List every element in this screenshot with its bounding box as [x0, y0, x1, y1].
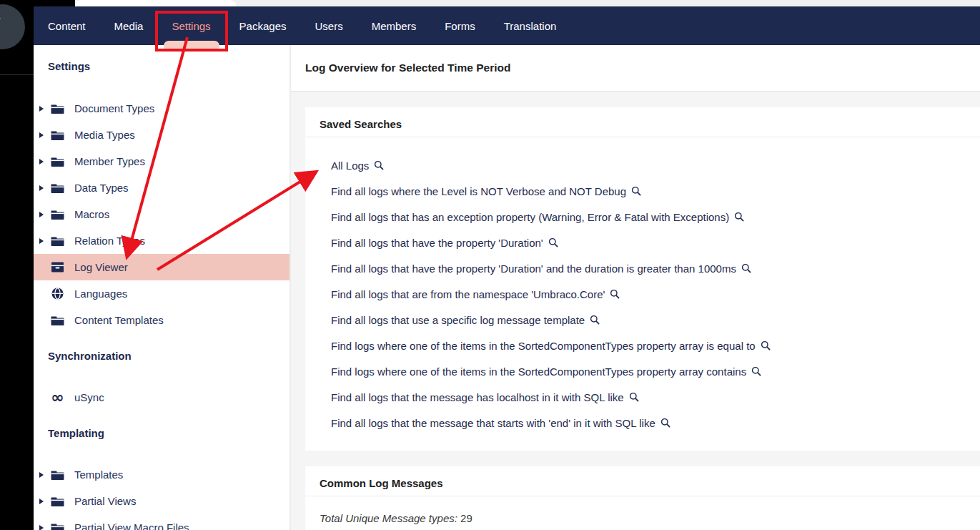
search-icon[interactable]	[590, 315, 600, 325]
globe-icon	[51, 288, 64, 300]
folder-icon	[51, 235, 64, 247]
tree-item-icon: ∞	[51, 102, 64, 114]
saved-search-link[interactable]: Find all logs where the Level is NOT Ver…	[331, 178, 980, 204]
tree-item[interactable]: ∞ Log Viewer	[34, 254, 289, 280]
saved-searches-header: Saved Searches	[305, 107, 980, 137]
caret-right-icon[interactable]	[39, 498, 44, 504]
tree-item[interactable]: ∞ Data Types	[34, 175, 289, 201]
tree-item[interactable]: ∞ Media Types	[34, 122, 289, 148]
nav-tab[interactable]: Translation	[504, 6, 557, 45]
nav-tab-label: Users	[315, 20, 342, 32]
tree-item-icon: ∞	[51, 155, 64, 167]
saved-search-link[interactable]: Find all logs that the message that star…	[331, 410, 980, 436]
common-log-messages-header: Common Log Messages	[305, 466, 980, 496]
tree-item-label: Member Types	[74, 155, 145, 167]
search-icon[interactable]	[548, 237, 558, 247]
search-icon[interactable]	[374, 160, 384, 170]
nav-tab[interactable]: Forms	[445, 6, 475, 45]
saved-search-link[interactable]: Find all logs that has an exception prop…	[331, 204, 980, 230]
caret-right-icon[interactable]	[39, 132, 44, 138]
saved-search-link[interactable]: Find all logs that have the property 'Du…	[331, 255, 980, 281]
caret-right-icon[interactable]	[39, 290, 44, 297]
caret-right-icon[interactable]	[39, 105, 44, 112]
caret-right-icon[interactable]	[39, 317, 44, 323]
caret-right-icon[interactable]	[39, 185, 44, 191]
saved-search-label: Find all logs that are from the namespac…	[331, 288, 605, 300]
section-navbar: Content Media Settings Packages Users	[34, 6, 980, 45]
tree-item-label: Relation Types	[74, 235, 145, 247]
caret-right-icon[interactable]	[39, 471, 44, 478]
nav-tab-label: Members	[372, 20, 417, 32]
nav-tab[interactable]: Settings	[172, 6, 210, 45]
annotation-red-box	[155, 11, 228, 51]
caret-right-icon[interactable]	[39, 237, 44, 244]
saved-search-label: Find all logs where the Level is NOT Ver…	[331, 185, 626, 197]
sidebar-section-header: Synchronization	[34, 333, 289, 384]
tree-item-label: Partial View Macro Files	[74, 521, 189, 530]
tree-item[interactable]: ∞ Document Types	[34, 95, 289, 122]
search-icon[interactable]	[751, 366, 761, 376]
caret-right-icon[interactable]	[39, 524, 44, 530]
saved-search-label: Find all logs that have the property 'Du…	[331, 237, 543, 249]
unique-message-types-stat: Total Unique Message types: 29	[305, 496, 980, 524]
tree-item[interactable]: ∞ Languages	[34, 280, 289, 307]
tree-item-label: uSync	[74, 391, 104, 403]
nav-tab[interactable]: Members	[372, 6, 417, 45]
tree-item-icon: ∞	[51, 235, 64, 247]
saved-search-link[interactable]: All Logs	[331, 152, 980, 178]
stat-label: Total Unique Message types	[320, 512, 455, 524]
search-icon[interactable]	[761, 340, 771, 350]
nav-tab-label: Content	[48, 20, 86, 32]
caret-right-icon[interactable]	[39, 394, 44, 401]
saved-search-link[interactable]: Find all logs that use a specific log me…	[331, 307, 980, 333]
tree-item-icon: ∞	[51, 129, 64, 141]
infinity-icon: ∞	[51, 392, 64, 403]
saved-search-link[interactable]: Find logs where one of the items in the …	[331, 358, 980, 384]
search-icon[interactable]	[741, 263, 751, 273]
search-icon[interactable]	[631, 186, 641, 196]
tree-item[interactable]: ∞ uSync	[34, 384, 289, 411]
tree-item-label: Media Types	[74, 129, 135, 141]
caret-right-icon[interactable]	[39, 264, 44, 270]
saved-search-label: Find all logs that the message has local…	[331, 391, 624, 403]
tree-item-icon: ∞	[51, 288, 64, 300]
folder-icon	[51, 129, 64, 141]
saved-search-label: Find logs where one of the items in the …	[331, 365, 746, 378]
search-icon[interactable]	[660, 418, 670, 428]
stat-separator: :	[455, 512, 460, 524]
nav-tab[interactable]: Content	[48, 6, 86, 45]
tree-item[interactable]: ∞ Partial Views	[34, 488, 289, 514]
search-icon[interactable]	[610, 289, 620, 299]
tree-item-icon: ∞	[51, 314, 64, 326]
saved-search-label: All Logs	[331, 160, 369, 172]
saved-search-link[interactable]: Find logs where one of the items in the …	[331, 333, 980, 358]
plus-icon: +	[0, 13, 1, 24]
folder-icon	[51, 496, 64, 507]
avatar[interactable]: +	[0, 4, 25, 49]
saved-search-label: Find all logs that the message that star…	[331, 417, 655, 429]
nav-tab[interactable]: Users	[315, 6, 342, 45]
saved-search-label: Find all logs that have the property 'Du…	[331, 262, 736, 275]
caret-right-icon[interactable]	[39, 211, 44, 217]
saved-search-link[interactable]: Find all logs that the message has local…	[331, 384, 980, 410]
folder-icon	[51, 182, 64, 194]
strip-black-segment	[34, 0, 75, 6]
saved-search-link[interactable]: Find all logs that have the property 'Du…	[331, 230, 980, 255]
content-header: Log Overview for Selected Time Period	[291, 45, 980, 92]
tree-item[interactable]: ∞ Templates	[34, 461, 289, 488]
folder-icon	[51, 103, 64, 114]
folder-icon	[51, 209, 64, 220]
saved-search-label: Find logs where one of the items in the …	[331, 340, 756, 352]
tree-item[interactable]: ∞ Content Templates	[34, 307, 289, 333]
tree-item-label: Languages	[74, 288, 127, 300]
tree-item[interactable]: ∞ Relation Types	[34, 227, 289, 254]
search-icon[interactable]	[629, 392, 639, 402]
tree-item[interactable]: ∞ Macros	[34, 201, 289, 227]
search-icon[interactable]	[734, 212, 744, 222]
saved-search-link[interactable]: Find all logs that are from the namespac…	[331, 281, 980, 307]
tree-item[interactable]: ∞ Member Types	[34, 148, 289, 175]
nav-tab[interactable]: Packages	[239, 6, 287, 45]
caret-right-icon[interactable]	[39, 158, 44, 165]
tree-item[interactable]: ∞ Partial View Macro Files	[34, 514, 289, 530]
nav-tab[interactable]: Media	[114, 6, 144, 45]
